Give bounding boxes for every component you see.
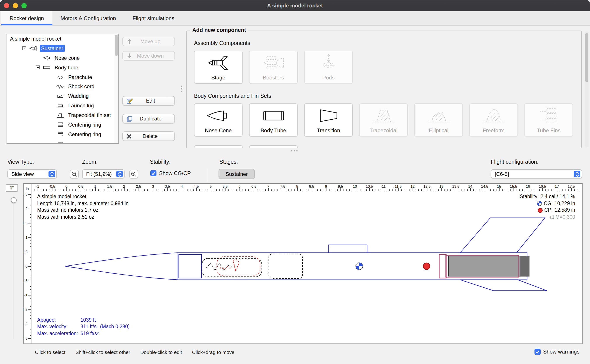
rotation-slider-track xyxy=(13,196,14,339)
tree-item-label: Launch lug xyxy=(67,102,95,109)
show-cgcp-toggle[interactable]: Show CG/CP xyxy=(150,170,191,176)
vertical-splitter-grip[interactable] xyxy=(181,85,182,92)
edit-button[interactable]: Edit xyxy=(122,96,175,106)
show-cgcp-checkbox[interactable] xyxy=(150,170,156,176)
panel-scrollbar[interactable] xyxy=(585,32,589,148)
tree-item-wadding[interactable]: Wadding xyxy=(7,91,118,101)
minimize-button[interactable] xyxy=(13,3,18,8)
statusbar-hint: Click+drag to move xyxy=(192,350,235,355)
elliptical-icon xyxy=(426,104,451,127)
action-button-label: Duplicate xyxy=(133,116,174,122)
tree-item-launch-lug[interactable]: Launch lug xyxy=(7,101,118,110)
component-button-label: Transition xyxy=(317,127,340,134)
show-warnings-toggle[interactable]: Show warnings xyxy=(534,349,579,355)
tree-item-trapezoidal-fin-set[interactable]: Trapezoidal fin set xyxy=(7,110,118,120)
stability-value: 2,4 cal / 14,1 % xyxy=(540,193,575,200)
add-body-tube-button[interactable]: Body Tube xyxy=(249,104,298,136)
collapse-toggle-icon[interactable] xyxy=(22,46,26,50)
zoom-in-button[interactable] xyxy=(129,170,138,178)
ruler-unit: in xyxy=(24,184,32,191)
tree-item-centering-ring[interactable]: Centering ring xyxy=(7,120,118,130)
add-nose-cone-button[interactable]: Nose Cone xyxy=(194,104,242,136)
cg-marker-icon xyxy=(356,263,363,270)
zoom-label: Zoom: xyxy=(82,159,98,165)
stage-icon xyxy=(206,51,231,75)
tree-item-body-tube[interactable]: Body tube xyxy=(7,63,118,72)
move-down-button[interactable]: Move down xyxy=(122,51,175,61)
rocket-canvas[interactable]: in -1-0,500,511,522,533,544,555,566,577,… xyxy=(23,183,583,344)
zoom-value: Fit (51,9%) xyxy=(86,171,112,177)
group-heading-body-components-and-fin-sets: Body Components and Fin Sets xyxy=(194,92,581,100)
tree-item-item[interactable] xyxy=(7,139,118,143)
component-tree: A simple model rocketSustainerNose coneB… xyxy=(7,34,118,143)
launchlug-icon xyxy=(55,103,65,109)
add-pods-button[interactable]: Pods xyxy=(304,51,353,84)
duplicate-button[interactable]: Duplicate xyxy=(122,114,175,124)
upper-fin-shape[interactable] xyxy=(460,218,545,253)
view-toolbar: View Type: Side view Zoom: Fit (51,9%) S… xyxy=(0,152,590,181)
panel-scrollbar-thumb[interactable] xyxy=(585,33,588,82)
bodytube-icon xyxy=(42,65,52,70)
tab-rocket-design[interactable]: Rocket design xyxy=(1,11,52,25)
flight-stats: Apogee: 1039 ft Max. velocity: 311 ft/s … xyxy=(37,317,130,337)
tree-item-a-simple-model-rocket[interactable]: A simple model rocket xyxy=(7,34,118,44)
component-button-partial[interactable] xyxy=(249,145,298,148)
move-up-button[interactable]: Move up xyxy=(122,37,175,46)
zoom-dropdown[interactable]: Fit (51,9%) xyxy=(82,169,125,178)
component-groups: Assembly ComponentsStageBoostersPodsBody… xyxy=(187,31,581,148)
tree-item-shock-cord[interactable]: Shock cord xyxy=(7,82,118,91)
view-type-dropdown[interactable]: Side view xyxy=(7,169,57,178)
flight-config-dropdown[interactable]: [C6-5] xyxy=(491,169,582,178)
action-button-label: Move down xyxy=(132,53,174,59)
component-button-label: Body Tube xyxy=(261,127,286,134)
stage-toggle-sustainer[interactable]: Sustainer xyxy=(219,169,255,179)
tree-item-label: Parachute xyxy=(67,73,93,80)
tree-scrollbar-thumb[interactable] xyxy=(115,35,118,56)
statusbar-hints: Click to selectShift+click to select oth… xyxy=(35,350,235,355)
tree-scrollbar[interactable] xyxy=(114,34,118,143)
add-freeform-button[interactable]: Freeform xyxy=(469,104,518,136)
application-window: A simple model rocket Rocket designMotor… xyxy=(0,0,590,364)
view-type-label: View Type: xyxy=(7,159,34,165)
delete-button[interactable]: Delete xyxy=(122,131,175,141)
component-button-label: Freeform xyxy=(483,127,504,134)
component-button-label: Tube Fins xyxy=(537,127,561,134)
rotation-slider[interactable] xyxy=(11,195,17,340)
add-boosters-button[interactable]: Boosters xyxy=(249,51,298,84)
horizontal-splitter-grip[interactable] xyxy=(291,150,298,151)
rotation-slider-knob[interactable] xyxy=(11,197,17,203)
shockcord-icon xyxy=(55,84,65,90)
cg-value: 10,229 in xyxy=(554,200,575,207)
show-warnings-checkbox[interactable] xyxy=(534,349,540,355)
tree-item-label: Centering ring xyxy=(67,121,102,128)
statusbar-hint: Double-click to edit xyxy=(140,350,182,355)
tab-motors-configuration[interactable]: Motors & Configuration xyxy=(52,11,124,25)
tree-item-label: Nose cone xyxy=(53,54,81,61)
group-heading-assembly-components: Assembly Components xyxy=(194,40,581,47)
component-button-partial[interactable] xyxy=(194,145,242,148)
add-tube-fins-button[interactable]: Tube Fins xyxy=(524,104,573,136)
close-button[interactable] xyxy=(4,3,9,8)
add-transition-button[interactable]: Transition xyxy=(304,104,353,136)
tree-item-centering-ring[interactable]: Centering ring xyxy=(7,130,118,139)
motor-shape[interactable] xyxy=(448,256,529,276)
rocket-info: A simple model rocketLength 16,748 in, m… xyxy=(37,193,128,221)
centeringring-icon xyxy=(55,132,65,137)
add-trapezoidal-button[interactable]: Trapezoidal xyxy=(359,104,408,136)
lower-fin-shape[interactable] xyxy=(460,280,547,291)
tab-flight-simulations[interactable]: Flight simulations xyxy=(124,11,183,25)
fullscreen-button[interactable] xyxy=(21,3,27,8)
tree-item-parachute[interactable]: Parachute xyxy=(7,72,118,82)
launch-lug-shape[interactable] xyxy=(329,245,367,253)
component-button-label: Stage xyxy=(211,75,225,81)
rotation-angle-value: 0° xyxy=(10,186,14,190)
finset-icon xyxy=(55,112,65,118)
add-stage-button[interactable]: Stage xyxy=(194,51,242,84)
tree-item-nose-cone[interactable]: Nose cone xyxy=(7,53,118,63)
collapse-toggle-icon[interactable] xyxy=(36,65,40,69)
nose-cone-shape[interactable] xyxy=(65,253,178,280)
zoom-out-button[interactable] xyxy=(70,170,79,178)
tree-item-sustainer[interactable]: Sustainer xyxy=(7,44,118,53)
component-button-label: Trapezoidal xyxy=(369,127,397,134)
add-elliptical-button[interactable]: Elliptical xyxy=(414,104,463,136)
